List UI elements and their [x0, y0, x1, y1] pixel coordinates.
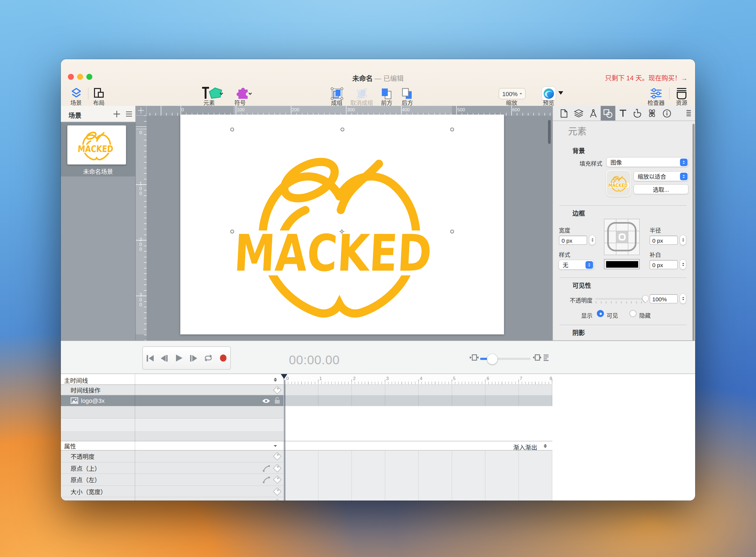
atom-icon [648, 109, 655, 117]
border-sides-widget[interactable] [604, 219, 640, 255]
layer-lock-icon[interactable] [274, 397, 280, 404]
selection-center-handle[interactable] [339, 229, 344, 234]
layout-toolbar-label: 布局 [93, 98, 105, 107]
scene-thumbnail[interactable] [67, 125, 126, 165]
tab-element-selected[interactable] [601, 106, 615, 120]
timeline-menu-icon[interactable] [543, 354, 549, 361]
fill-image-thumbnail[interactable] [607, 171, 631, 196]
main-timeline-selector-row[interactable]: 主时间线 [61, 375, 283, 385]
jump-to-start-button[interactable] [142, 346, 158, 370]
scene-canvas[interactable] [180, 115, 504, 334]
timeline-zoom-knob[interactable] [487, 354, 498, 364]
tab-actions[interactable] [630, 106, 645, 120]
opacity-stepper[interactable] [680, 294, 686, 303]
tab-text[interactable] [615, 106, 630, 120]
display-visible-radio[interactable] [597, 310, 604, 317]
tab-physics[interactable] [645, 106, 659, 120]
playhead-line[interactable] [284, 380, 285, 501]
add-keyframe-icon[interactable] [274, 386, 281, 393]
add-keyframe-icon[interactable] [274, 453, 281, 460]
timeline-left-divider [135, 374, 135, 501]
resources-toolbar-label: 资源 [676, 98, 687, 107]
property-origin-left-label: 原点（左） [71, 475, 101, 484]
timeline-ruler[interactable]: 0 1 2 3 4 5 6 7 8 [283, 375, 552, 385]
selection-handle[interactable] [450, 230, 454, 233]
tab-identity[interactable] [659, 106, 674, 120]
add-keyframe-icon[interactable] [274, 464, 281, 471]
display-hidden-radio[interactable] [629, 310, 637, 317]
add-keyframe-icon[interactable] [274, 488, 281, 495]
timeline-actions-track[interactable] [283, 385, 552, 395]
selection-handle[interactable] [450, 127, 454, 131]
display-hidden-label: 隐藏 [639, 311, 651, 319]
inspector-section-title: 元素 [568, 124, 587, 137]
easing-stepper-icon[interactable] [544, 442, 547, 449]
selection-handle[interactable] [230, 230, 234, 233]
timeline-actions-row[interactable]: 时间线操作 [61, 385, 283, 395]
zoom-level-field[interactable]: 100% [499, 88, 526, 99]
property-row[interactable]: 大小（高度） [61, 497, 283, 501]
choose-image-button[interactable]: 选取... [634, 184, 688, 194]
property-row[interactable]: 原点（上） [61, 462, 283, 474]
text-tool-icon [202, 87, 209, 99]
add-scene-button[interactable] [113, 110, 120, 118]
step-back-button[interactable] [157, 346, 172, 370]
tab-document[interactable] [557, 106, 571, 120]
border-color-well[interactable] [604, 259, 640, 269]
play-icon [176, 354, 182, 361]
opacity-slider[interactable] [595, 298, 646, 300]
zoom-in-timeline-icon[interactable] [533, 354, 541, 361]
border-width-field[interactable]: 0 px [559, 236, 587, 245]
logo-element[interactable] [236, 130, 442, 334]
trial-buy-now-link[interactable]: 只剩下 14 天。现在购买！→ [605, 73, 688, 82]
opacity-field[interactable]: 100% [649, 294, 678, 303]
layout-icon [93, 87, 105, 99]
layer-track-selected[interactable] [283, 395, 552, 406]
tab-metrics[interactable] [586, 106, 601, 120]
scene-list-menu-icon[interactable] [125, 111, 133, 117]
display-visible-label: 可见 [607, 311, 618, 319]
fill-style-popup[interactable]: 图像 [607, 157, 688, 167]
easing-curve-icon[interactable] [263, 465, 270, 471]
timeline-column-divider[interactable] [283, 374, 284, 501]
border-radius-stepper[interactable] [680, 235, 686, 245]
easing-curve-icon[interactable] [263, 477, 270, 483]
step-forward-button[interactable] [186, 346, 201, 370]
inspector-toolbar-label: 检查器 [648, 98, 665, 107]
property-row[interactable]: 大小（宽度） [61, 486, 283, 497]
scene-item-selected[interactable]: 未命名场景 [61, 122, 135, 176]
layer-visibility-eye-icon[interactable] [262, 398, 271, 404]
border-width-stepper[interactable] [589, 235, 595, 245]
property-tracks-area[interactable] [283, 450, 552, 501]
selection-handle[interactable] [340, 127, 344, 131]
record-button[interactable] [216, 346, 231, 370]
group-toolbar-label: 成组 [331, 98, 342, 107]
sliders-icon [649, 87, 663, 100]
property-row[interactable]: 不透明度 [61, 450, 283, 462]
add-keyframe-icon[interactable] [274, 499, 281, 501]
zoom-out-timeline-icon[interactable] [470, 354, 478, 361]
play-button[interactable] [172, 346, 187, 370]
tab-scene[interactable] [571, 106, 586, 120]
border-padding-field[interactable]: 0 px [649, 260, 678, 269]
easing-label: 渐入渐出 [513, 442, 537, 451]
selection-handle[interactable] [230, 127, 234, 131]
image-scale-popup[interactable]: 缩放以适合 [634, 172, 688, 181]
preview-dropdown-icon[interactable] [558, 91, 563, 95]
canvas-scrollbar-thumb[interactable] [548, 120, 551, 144]
property-row[interactable]: 原点（左） [61, 474, 283, 486]
border-radius-field[interactable]: 0 px [649, 236, 678, 245]
border-padding-stepper[interactable] [680, 260, 686, 269]
timeline-toolbar: 00:00.00 [61, 341, 695, 374]
properties-disclose-icon[interactable] [274, 445, 277, 448]
playhead-handle[interactable] [281, 374, 287, 382]
inspector-list-toggle-icon[interactable] [686, 110, 691, 117]
timeline-selector-stepper-icon[interactable] [274, 376, 277, 383]
properties-header-row[interactable]: 属性 [61, 441, 283, 450]
border-style-popup[interactable]: 无 [559, 260, 594, 269]
layer-row-selected[interactable]: logo@3x [61, 395, 283, 406]
loop-button[interactable] [201, 346, 216, 370]
scenes-list: 未命名场景 [61, 122, 136, 341]
zoom-stepper-icon[interactable] [520, 92, 522, 95]
add-keyframe-icon[interactable] [274, 476, 281, 483]
